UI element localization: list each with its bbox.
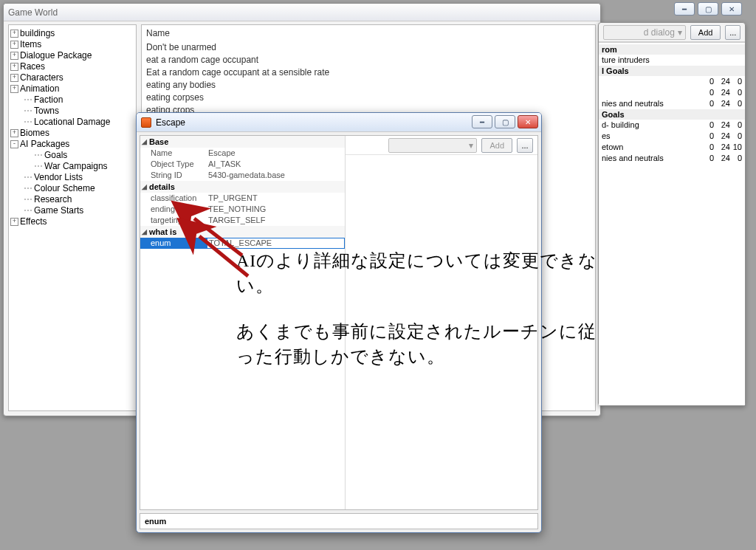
prop-key <box>599 87 701 98</box>
escape-add-button[interactable]: Add <box>481 138 512 153</box>
prop-val: 0 <box>732 87 745 98</box>
tree-item-war-campaigns[interactable]: ⋯War Campaigns <box>10 161 134 172</box>
tree-item-races[interactable]: +Races <box>10 61 134 72</box>
prop-category[interactable]: rom <box>599 44 745 55</box>
prop-row[interactable]: etown02410 <box>599 142 745 153</box>
expand-icon[interactable]: + <box>10 52 18 60</box>
prop-val: 24 <box>715 153 732 164</box>
prop-category[interactable]: I Goals <box>599 66 745 76</box>
prop-row[interactable]: 0240 <box>599 76 745 87</box>
escape-status-bar: enum <box>140 513 538 529</box>
prop-row[interactable]: 0240 <box>599 87 745 98</box>
tree-item-faction[interactable]: ⋯Faction <box>10 94 134 106</box>
prop-row[interactable]: NameEscape <box>140 148 345 159</box>
tree-item-research[interactable]: ⋯Research <box>10 194 134 205</box>
tree-item-locational-damage[interactable]: ⋯Locational Damage <box>10 117 134 128</box>
prop-val <box>732 55 745 66</box>
expand-icon[interactable]: + <box>10 218 18 226</box>
ellipsis-button[interactable]: ... <box>725 25 740 40</box>
escape-window: Escape ━ ▢ ✕ ◢BaseNameEscapeObject TypeA… <box>136 112 542 533</box>
prop-row[interactable]: enumTOTAL_ESCAPE <box>140 238 345 249</box>
prop-key: Name <box>140 148 207 159</box>
list-item[interactable]: eating any bodies <box>146 79 591 92</box>
chevron-down-icon: ▾ <box>469 140 473 151</box>
tree-item-label: Game Starts <box>34 205 83 216</box>
tree-item-dialogue-package[interactable]: +Dialogue Package <box>10 50 134 61</box>
prop-row[interactable]: classificationTP_URGENT <box>140 193 345 204</box>
add-button[interactable]: Add <box>690 25 721 40</box>
prop-val: 24 <box>715 131 732 142</box>
prop-row[interactable]: nies and neutrals0240 <box>599 98 745 109</box>
prop-val: 24 <box>715 98 732 109</box>
close-button[interactable]: ✕ <box>721 2 742 16</box>
expand-icon[interactable]: + <box>10 129 18 137</box>
tree-item-characters[interactable]: +Characters <box>10 72 134 83</box>
list-item[interactable]: eating corpses <box>146 92 591 104</box>
properties-grid[interactable]: romture intrudersI Goals02400240nies and… <box>599 42 745 405</box>
maximize-button[interactable]: ▢ <box>698 2 718 16</box>
prop-val: 0 <box>701 153 715 164</box>
tree-item-game-starts[interactable]: ⋯Game Starts <box>10 205 134 216</box>
tree-item-label: Characters <box>20 72 63 83</box>
expand-icon[interactable]: + <box>10 30 18 38</box>
prop-key: targeting <box>140 215 207 226</box>
expand-icon[interactable]: + <box>10 85 18 93</box>
escape-close-button[interactable]: ✕ <box>518 115 538 128</box>
tree-item-ai-packages[interactable]: -AI Packages <box>10 139 134 150</box>
prop-val: Escape <box>207 148 345 159</box>
prop-val: 0 <box>732 76 745 87</box>
list-item[interactable]: Don't be unarmed <box>146 41 591 54</box>
collapse-icon: ◢ <box>142 138 149 145</box>
prop-val: 0 <box>701 76 715 87</box>
prop-key: nies and neutrals <box>599 98 701 109</box>
list-item[interactable]: eat a random cage occupant <box>146 54 591 66</box>
expand-icon[interactable]: + <box>10 41 18 49</box>
prop-row[interactable]: targetingTARGET_SELF <box>140 215 345 226</box>
tree-item-effects[interactable]: +Effects <box>10 216 134 227</box>
prop-val: 24 <box>715 87 732 98</box>
tree-item-vendor-lists[interactable]: ⋯Vendor Lists <box>10 172 134 183</box>
game-world-titlebar[interactable]: Game World <box>4 4 600 21</box>
prop-category[interactable]: ◢what is <box>140 226 345 238</box>
dialog-combo[interactable]: d dialog ▾ <box>603 25 686 40</box>
expand-icon[interactable]: + <box>10 74 18 82</box>
prop-val: 5430-gamedata.base <box>207 170 345 181</box>
escape-ellipsis-button[interactable]: ... <box>517 138 533 153</box>
prop-row[interactable]: es0240 <box>599 131 745 142</box>
prop-row[interactable]: endingTEE_NOTHING <box>140 204 345 215</box>
tree-item-buildings[interactable]: +buildings <box>10 28 134 39</box>
prop-row[interactable]: d- building0240 <box>599 120 745 131</box>
prop-val: 0 <box>701 131 715 142</box>
tree-item-animation[interactable]: +Animation <box>10 83 134 94</box>
prop-row[interactable]: Object TypeAI_TASK <box>140 159 345 170</box>
tree-item-label: Vendor Lists <box>34 172 83 183</box>
expand-icon[interactable]: + <box>10 63 18 71</box>
prop-val <box>701 55 715 66</box>
tree-item-items[interactable]: +Items <box>10 39 134 50</box>
list-header-name: Name <box>146 28 591 38</box>
tree-item-goals[interactable]: ⋯Goals <box>10 150 134 161</box>
prop-val: 0 <box>701 98 715 109</box>
expand-icon[interactable]: - <box>10 140 18 148</box>
prop-row[interactable]: nies and neutrals0240 <box>599 153 745 164</box>
escape-minimize-button[interactable]: ━ <box>472 115 492 128</box>
prop-category[interactable]: ◢details <box>140 181 345 193</box>
minimize-button[interactable]: ━ <box>674 2 695 16</box>
prop-key: etown <box>599 142 701 153</box>
list-item[interactable]: Eat a random cage occupant at a sensible… <box>146 66 591 79</box>
prop-category[interactable]: Goals <box>599 109 745 120</box>
collapse-icon: ◢ <box>142 183 149 190</box>
escape-combo[interactable]: ▾ <box>388 138 477 153</box>
prop-row[interactable]: ture intruders <box>599 55 745 66</box>
escape-property-grid[interactable]: ◢BaseNameEscapeObject TypeAI_TASKString … <box>140 136 346 509</box>
game-world-title: Game World <box>8 7 58 18</box>
prop-row[interactable]: String ID5430-gamedata.base <box>140 170 345 181</box>
prop-key: nies and neutrals <box>599 153 701 164</box>
tree-item-towns[interactable]: ⋯Towns <box>10 106 134 117</box>
prop-key: ture intruders <box>599 55 701 66</box>
escape-maximize-button[interactable]: ▢ <box>495 115 515 128</box>
prop-category[interactable]: ◢Base <box>140 136 345 148</box>
tree-item-biomes[interactable]: +Biomes <box>10 128 134 139</box>
category-tree[interactable]: +buildings+Items+Dialogue Package+Races+… <box>8 24 137 411</box>
tree-item-colour-scheme[interactable]: ⋯Colour Scheme <box>10 183 134 194</box>
